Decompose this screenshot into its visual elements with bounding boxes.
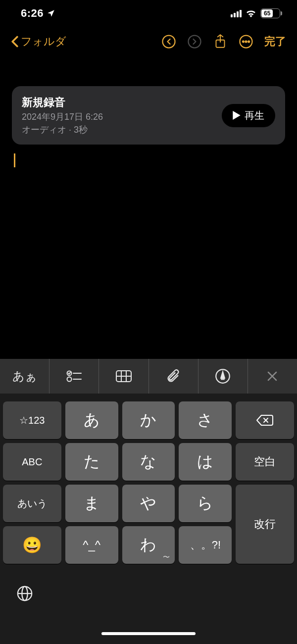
key-ya[interactable]: や: [122, 485, 175, 522]
key-mode-kana[interactable]: あいう: [3, 485, 61, 522]
svg-point-9: [67, 377, 71, 382]
navigation-bar: フォルダ 完了: [0, 27, 297, 56]
close-icon: [266, 370, 278, 382]
table-button[interactable]: [99, 359, 148, 394]
share-icon: [214, 34, 227, 50]
battery-icon: 65: [260, 8, 282, 18]
battery-level: 65: [261, 9, 273, 17]
key-ta[interactable]: た: [65, 443, 118, 481]
dismiss-toolbar-button[interactable]: [248, 359, 297, 394]
keyboard-toolbar: あぁ: [0, 359, 297, 394]
key-space[interactable]: 空白: [236, 443, 294, 481]
keyboard-bottom-row: [3, 564, 294, 623]
home-indicator[interactable]: [101, 632, 196, 635]
svg-point-0: [163, 36, 175, 48]
play-label: 再生: [245, 109, 264, 122]
svg-point-5: [246, 41, 247, 43]
chevron-left-icon: [11, 36, 19, 48]
status-time-group: 6:26: [21, 7, 55, 20]
key-sa[interactable]: さ: [179, 401, 232, 439]
key-ma[interactable]: ま: [65, 485, 118, 522]
audio-title: 新規録音: [22, 95, 103, 110]
key-backspace[interactable]: [236, 401, 294, 439]
checklist-button[interactable]: [49, 359, 99, 394]
play-button[interactable]: 再生: [222, 104, 275, 127]
home-indicator-area: [0, 623, 297, 644]
markup-button[interactable]: [198, 359, 248, 394]
key-enter[interactable]: 改行: [236, 485, 294, 564]
ellipsis-circle-icon: [239, 34, 253, 49]
redo-button: [184, 31, 205, 52]
note-content[interactable]: 新規録音 2024年9月17日 6:26 オーディオ · 3秒 再生: [0, 56, 297, 167]
audio-meta: オーディオ · 3秒: [22, 124, 103, 136]
back-label: フォルダ: [21, 34, 66, 49]
wifi-icon: [246, 9, 256, 17]
svg-point-1: [189, 36, 201, 48]
globe-button[interactable]: [13, 582, 37, 605]
undo-icon: [161, 34, 176, 49]
pen-circle-icon: [215, 369, 230, 384]
key-punct[interactable]: 、。?!: [179, 526, 232, 564]
key-wa[interactable]: わ 〜: [122, 526, 175, 564]
location-icon: [47, 9, 55, 18]
more-button[interactable]: [236, 31, 256, 52]
key-dakuten[interactable]: ^_^: [65, 526, 118, 564]
done-button[interactable]: 完了: [264, 34, 286, 49]
key-ha[interactable]: は: [179, 443, 232, 481]
audio-attachment-card[interactable]: 新規録音 2024年9月17日 6:26 オーディオ · 3秒 再生: [12, 86, 285, 145]
key-na[interactable]: な: [122, 443, 175, 481]
status-bar: 6:26 65: [0, 0, 297, 27]
globe-icon: [16, 585, 33, 602]
back-button[interactable]: フォルダ: [11, 34, 66, 49]
key-mode-abc[interactable]: ABC: [3, 443, 61, 481]
audio-datetime: 2024年9月17日 6:26: [22, 111, 103, 123]
backspace-icon: [256, 414, 274, 427]
text-cursor: [14, 153, 15, 167]
keyboard: ☆123 あ か さ ABC た な は 空白 あいう ま や ら 改行 😀 ^…: [0, 394, 297, 623]
key-ka[interactable]: か: [122, 401, 175, 439]
key-ra[interactable]: ら: [179, 485, 232, 522]
table-icon: [115, 370, 132, 383]
checklist-icon: [66, 370, 82, 383]
svg-point-6: [248, 41, 249, 43]
key-a[interactable]: あ: [65, 401, 118, 439]
play-icon: [233, 111, 241, 120]
share-button[interactable]: [210, 31, 231, 52]
status-time: 6:26: [21, 7, 44, 20]
key-emoji[interactable]: 😀: [3, 526, 61, 564]
format-button[interactable]: あぁ: [0, 359, 49, 394]
undo-button[interactable]: [158, 31, 179, 52]
key-mode-num[interactable]: ☆123: [3, 401, 61, 439]
status-right: 65: [231, 8, 282, 18]
paperclip-icon: [166, 369, 180, 384]
attachment-button[interactable]: [148, 359, 198, 394]
cellular-icon: [231, 9, 242, 17]
svg-point-4: [243, 41, 244, 43]
redo-icon: [187, 34, 202, 49]
audio-info: 新規録音 2024年9月17日 6:26 オーディオ · 3秒: [22, 95, 103, 136]
